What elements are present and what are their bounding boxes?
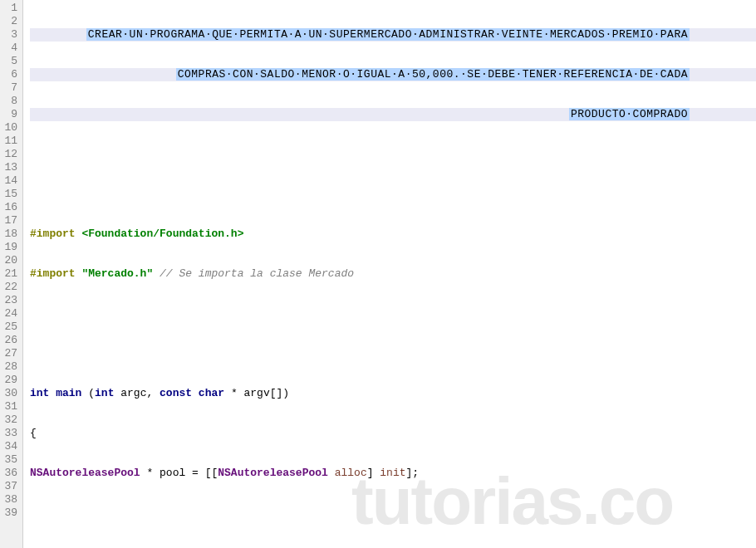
line-number: 6 [3, 68, 17, 81]
line-number: 10 [3, 121, 17, 135]
line-number: 1 [3, 2, 17, 15]
import-path: "Mercado.h" [76, 267, 154, 281]
preproc-import: #import [30, 267, 76, 281]
code-line-5[interactable] [30, 188, 756, 201]
code-line-7[interactable]: #import "Mercado.h" // Se importa la cla… [30, 267, 756, 281]
line-number: 12 [3, 148, 17, 161]
line-number: 35 [3, 453, 17, 467]
line-number: 2 [3, 15, 17, 28]
code-line-3[interactable]: PRODUCTO·COMPRADO [30, 108, 756, 121]
line-number: 13 [3, 161, 17, 174]
line-number: 28 [3, 360, 17, 374]
param: argc, [114, 387, 160, 400]
code-line-8[interactable] [30, 307, 756, 320]
line-number: 39 [3, 506, 17, 520]
line-number: 9 [3, 108, 17, 121]
line-number: 31 [3, 400, 17, 413]
code-line-9[interactable] [30, 347, 756, 360]
line-number: 30 [3, 387, 17, 400]
line-number: 8 [3, 95, 17, 108]
param: * argv[]) [224, 387, 289, 400]
line-number: 15 [3, 188, 17, 201]
code-line-1[interactable]: CREAR·UN·PROGRAMA·QUE·PERMITA·A·UN·SUPER… [30, 28, 756, 42]
line-number: 11 [3, 135, 17, 148]
line-number: 18 [3, 228, 17, 241]
selected-text[interactable]: COMPRAS·CON·SALDO·MENOR·O·IGUAL·A·50,000… [176, 68, 690, 81]
line-number: 21 [3, 267, 17, 281]
line-number: 27 [3, 347, 17, 360]
keyword: const [160, 387, 192, 400]
watermark-text: tutorias.co [351, 463, 673, 540]
code-text: * pool = [[ [140, 467, 218, 480]
line-number: 38 [3, 493, 17, 506]
line-number: 34 [3, 440, 17, 453]
punct: ( [88, 387, 95, 400]
line-number: 32 [3, 413, 17, 427]
keyword: int [30, 387, 49, 400]
keyword: char [192, 387, 224, 400]
line-number: 3 [3, 28, 17, 42]
code-line-4[interactable] [30, 148, 756, 161]
code-line-11[interactable]: { [30, 427, 756, 440]
line-number: 24 [3, 307, 17, 320]
code-line-2[interactable]: COMPRAS·CON·SALDO·MENOR·O·IGUAL·A·50,000… [30, 68, 756, 81]
selected-text[interactable]: PRODUCTO·COMPRADO [569, 108, 690, 120]
line-number: 26 [3, 334, 17, 347]
keyword: int [95, 387, 114, 400]
line-number: 33 [3, 427, 17, 440]
line-number: 5 [3, 55, 17, 68]
line-number: 14 [3, 174, 17, 188]
code-line-6[interactable]: #import <Foundation/Foundation.h> [30, 228, 756, 241]
line-number: 4 [3, 42, 17, 55]
function-name: main [49, 387, 88, 400]
line-number: 25 [3, 320, 17, 334]
line-number: 7 [3, 81, 17, 95]
line-number: 36 [3, 467, 17, 480]
line-number: 19 [3, 241, 17, 254]
code-line-10[interactable]: int main (int argc, const char * argv[]) [30, 387, 756, 400]
line-number: 23 [3, 294, 17, 307]
preproc-import: #import [30, 228, 76, 241]
line-number: 16 [3, 201, 17, 214]
line-number-gutter: 1 2 3 4 5 6 7 8 9 10 11 12 13 14 15 16 1… [0, 0, 23, 548]
line-number: 22 [3, 281, 17, 294]
comment: // Se importa la clase Mercado [153, 267, 354, 281]
line-number: 29 [3, 374, 17, 387]
class-name: NSAutoreleasePool [30, 467, 140, 480]
selected-text[interactable]: CREAR·UN·PROGRAMA·QUE·PERMITA·A·UN·SUPER… [86, 28, 690, 41]
class-name: NSAutoreleasePool [218, 467, 328, 480]
line-number: 17 [3, 214, 17, 228]
line-number: 20 [3, 254, 17, 267]
line-number: 37 [3, 480, 17, 493]
import-path: <Foundation/Foundation.h> [76, 228, 244, 241]
brace: { [30, 427, 37, 440]
